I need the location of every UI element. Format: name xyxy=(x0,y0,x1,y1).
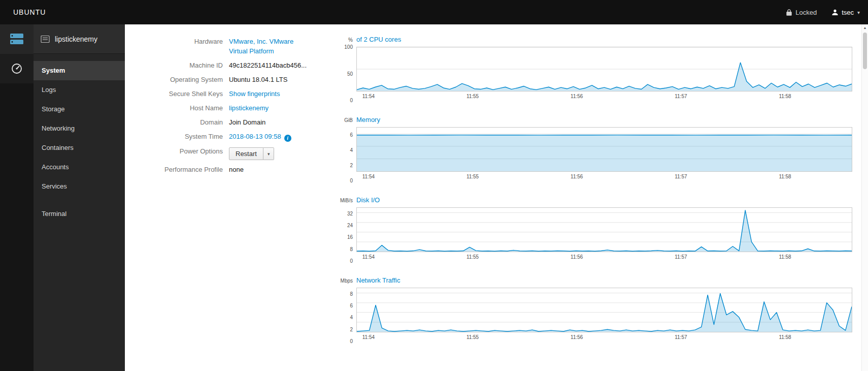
info-label-performance-profile: Performance Profile xyxy=(135,165,229,174)
chart-plot-cpu xyxy=(356,47,852,91)
x-tick-label: 11:56 xyxy=(571,94,583,99)
sidebar-item-containers[interactable]: Containers xyxy=(34,138,125,158)
info-label-machine-id: Machine ID xyxy=(135,60,229,70)
hardware-link[interactable]: VMware, Inc. VMware Virtual Platform xyxy=(229,38,293,55)
info-row-domain: DomainJoin Domain xyxy=(135,117,338,127)
chart-head-network: MbpsNetwork Traffic xyxy=(338,276,852,284)
y-tick-label: 8 xyxy=(350,246,353,252)
host-machine-button[interactable] xyxy=(0,24,34,54)
sidebar-item-networking[interactable]: Networking xyxy=(34,119,125,138)
user-menu[interactable]: tsec ▾ xyxy=(832,9,860,16)
info-value-host-name: lipstickenemy xyxy=(229,103,269,113)
sidebar-item-accounts[interactable]: Accounts xyxy=(34,158,125,177)
restart-button[interactable]: Restart xyxy=(229,147,263,160)
chart-title-network[interactable]: Network Traffic xyxy=(356,276,400,284)
power-options-caret-button[interactable]: ▾ xyxy=(263,147,275,160)
machines-rail xyxy=(0,24,34,371)
x-tick-label: 11:55 xyxy=(466,254,479,260)
info-value-system-time: 2018-08-13 09:58i xyxy=(229,132,291,142)
chart-unit-label: Mbps xyxy=(338,278,356,284)
info-row-power-options: Power OptionsRestart▾ xyxy=(135,146,338,160)
y-tick-label: 0 xyxy=(350,258,353,264)
y-tick-label: 6 xyxy=(350,302,353,308)
sidebar-item-services[interactable]: Services xyxy=(34,177,125,196)
topbar: UBUNTU Locked tsec ▾ xyxy=(0,0,868,24)
x-tick-label: 11:54 xyxy=(362,334,375,340)
chart-title-disk[interactable]: Disk I/O xyxy=(356,196,380,204)
info-circle-icon[interactable]: i xyxy=(284,135,291,142)
chart-head-memory: GiBMemory xyxy=(338,116,852,123)
x-tick-label: 11:56 xyxy=(571,254,583,260)
join-domain-action[interactable]: Join Domain xyxy=(229,118,265,126)
app-body: lipstickenemy SystemLogsStorageNetworkin… xyxy=(0,24,868,371)
info-value-power-options: Restart▾ xyxy=(229,146,274,160)
secure-shell-keys-link[interactable]: Show fingerprints xyxy=(229,90,280,98)
sidebar-item-storage[interactable]: Storage xyxy=(34,100,125,119)
info-value-performance-profile: none xyxy=(229,165,244,174)
x-axis-network: 11:5411:5511:5611:5711:58 xyxy=(356,332,852,341)
chart-plot-disk xyxy=(356,207,852,252)
host-name: lipstickenemy xyxy=(55,35,97,43)
main-content: HardwareVMware, Inc. VMware Virtual Plat… xyxy=(125,24,861,371)
y-tick-label: 100 xyxy=(344,44,353,50)
scrollbar[interactable]: ▲ xyxy=(861,24,868,371)
x-axis-cpu: 11:5411:5511:5611:5711:58 xyxy=(356,91,852,100)
sidebar-item-logs[interactable]: Logs xyxy=(34,80,125,100)
x-axis-memory: 11:5411:5511:5611:5711:58 xyxy=(356,172,852,180)
host-name-link[interactable]: lipstickenemy xyxy=(229,104,269,112)
chart-disk: MiB/sDisk I/O0816243211:5411:5511:5611:5… xyxy=(338,196,852,261)
info-row-hardware: HardwareVMware, Inc. VMware Virtual Plat… xyxy=(135,37,338,56)
info-value-hardware: VMware, Inc. VMware Virtual Platform xyxy=(229,37,310,56)
x-tick-label: 11:55 xyxy=(466,174,479,179)
x-tick-label: 11:57 xyxy=(675,94,687,99)
chevron-down-icon: ▾ xyxy=(857,10,860,15)
x-tick-label: 11:56 xyxy=(571,174,583,179)
x-tick-label: 11:57 xyxy=(675,334,687,340)
y-tick-label: 4 xyxy=(350,147,353,153)
sidebar-item-system[interactable]: System xyxy=(34,61,125,80)
chart-plot-memory xyxy=(356,127,852,172)
machine-id-text: 49c1822514114bacb456... xyxy=(229,61,307,69)
chart-head-cpu: %of 2 CPU cores xyxy=(338,36,852,43)
y-tick-label: 32 xyxy=(347,210,353,216)
info-row-host-name: Host Namelipstickenemy xyxy=(135,103,338,113)
chart-title-memory[interactable]: Memory xyxy=(356,116,380,123)
y-tick-label: 0 xyxy=(350,178,353,183)
x-tick-label: 11:58 xyxy=(779,94,791,99)
y-tick-label: 0 xyxy=(350,98,353,103)
system-time-link[interactable]: 2018-08-13 09:58 xyxy=(229,133,281,140)
operating-system-text: Ubuntu 18.04.1 LTS xyxy=(229,76,287,83)
scrollbar-thumb[interactable] xyxy=(863,33,867,69)
y-tick-label: 0 xyxy=(350,338,353,344)
x-tick-label: 11:56 xyxy=(571,334,583,340)
dashboard-button[interactable] xyxy=(0,54,34,83)
system-info: HardwareVMware, Inc. VMware Virtual Plat… xyxy=(135,36,338,371)
chart-unit-label: GiB xyxy=(338,117,356,123)
info-label-power-options: Power Options xyxy=(135,146,229,160)
y-axis-cpu: 050100 xyxy=(338,47,356,100)
dashboard-icon xyxy=(11,63,23,75)
y-tick-label: 4 xyxy=(350,315,353,320)
performance-profile-text: none xyxy=(229,166,244,173)
info-value-machine-id: 49c1822514114bacb456... xyxy=(229,60,307,70)
scroll-up-arrow[interactable]: ▲ xyxy=(862,24,868,32)
y-tick-label: 50 xyxy=(347,71,353,76)
info-label-hardware: Hardware xyxy=(135,37,229,56)
x-tick-label: 11:55 xyxy=(466,334,479,340)
chart-cpu: %of 2 CPU cores05010011:5411:5511:5611:5… xyxy=(338,36,852,100)
sidebar-item-terminal[interactable]: Terminal xyxy=(34,204,125,224)
y-axis-memory: 0246 xyxy=(338,127,356,180)
user-icon xyxy=(832,9,838,15)
chart-unit-label: % xyxy=(338,37,356,43)
info-row-machine-id: Machine ID49c1822514114bacb456... xyxy=(135,60,338,70)
ubuntu-brand: UBUNTU xyxy=(13,8,46,16)
host-header[interactable]: lipstickenemy xyxy=(34,24,125,54)
chart-title-cpu[interactable]: of 2 CPU cores xyxy=(356,36,401,43)
chart-plot-network xyxy=(356,288,852,332)
host-icon xyxy=(41,35,50,44)
locked-indicator[interactable]: Locked xyxy=(786,9,817,16)
sidebar-nav: SystemLogsStorageNetworkingContainersAcc… xyxy=(34,54,125,224)
x-axis-disk: 11:5411:5511:5611:5711:58 xyxy=(356,252,852,261)
x-tick-label: 11:54 xyxy=(362,174,375,179)
server-icon xyxy=(10,34,23,45)
